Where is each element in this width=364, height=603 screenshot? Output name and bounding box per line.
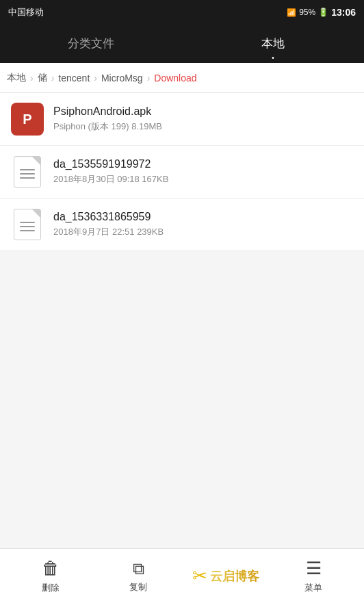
file-item-doc1[interactable]: da_1535591919972 2018年8月30日 09:18 167KB <box>0 146 364 198</box>
doc-lines-1 <box>20 165 35 179</box>
top-nav: 分类文件 本地 <box>0 25 364 63</box>
breadcrumb-item-storage[interactable]: 储 <box>34 69 51 87</box>
file-list: P PsiphonAndroid.apk Psiphon (版本 199) 8.… <box>0 93 364 548</box>
file-info-apk: PsiphonAndroid.apk Psiphon (版本 199) 8.19… <box>53 105 353 133</box>
doc-line <box>20 173 35 175</box>
doc-lines-2 <box>20 218 35 231</box>
menu-button[interactable]: ☰ 菜单 <box>270 558 357 594</box>
file-meta-apk: Psiphon (版本 199) 8.19MB <box>53 120 353 133</box>
doc-line <box>20 177 35 179</box>
brand-label: 云启博客 <box>210 568 259 585</box>
copy-button[interactable]: ⧉ 复制 <box>94 559 182 593</box>
battery-label: 95% <box>299 8 315 17</box>
tab-classified-files-label: 分类文件 <box>68 37 114 50</box>
doc-line <box>20 226 35 227</box>
menu-label: 菜单 <box>304 582 322 594</box>
file-meta-doc2: 2018年9月7日 22:51 239KB <box>53 226 353 238</box>
status-right: 📶 95% 🔋 13:06 <box>287 7 356 18</box>
delete-icon: 🗑 <box>42 558 60 579</box>
delete-button[interactable]: 🗑 删除 <box>7 558 94 594</box>
doc-icon-2 <box>14 209 41 240</box>
apk-icon: P <box>11 103 44 136</box>
scissors-icon: ✂ <box>192 565 207 587</box>
battery-icon: 🔋 <box>318 8 328 17</box>
file-meta-doc1: 2018年8月30日 09:18 167KB <box>53 173 353 185</box>
brand-area: ✂ 云启博客 <box>182 565 270 587</box>
tab-classified-files[interactable]: 分类文件 <box>0 25 182 63</box>
breadcrumb-item-local[interactable]: 本地 <box>3 69 30 87</box>
file-info-doc1: da_1535591919972 2018年8月30日 09:18 167KB <box>53 158 353 185</box>
breadcrumb-item-download[interactable]: Download <box>150 70 200 86</box>
file-icon-apk: P <box>11 103 44 136</box>
bottom-bar: 🗑 删除 ⧉ 复制 ✂ 云启博客 ☰ 菜单 <box>0 548 364 603</box>
file-name-doc1: da_1535591919972 <box>53 158 353 170</box>
copy-icon: ⧉ <box>133 559 144 578</box>
file-item-apk[interactable]: P PsiphonAndroid.apk Psiphon (版本 199) 8.… <box>0 93 364 146</box>
file-name-apk: PsiphonAndroid.apk <box>53 105 353 118</box>
delete-label: 删除 <box>42 582 60 594</box>
breadcrumb-item-tencent[interactable]: tencent <box>54 70 94 86</box>
doc-line <box>20 169 35 170</box>
carrier-label: 中国移动 <box>8 6 44 18</box>
doc-icon-1 <box>14 156 41 188</box>
signal-icon: 📶 <box>287 8 296 17</box>
file-icon-doc2 <box>11 208 44 241</box>
file-name-doc2: da_1536331865959 <box>53 211 353 223</box>
time-label: 13:06 <box>331 7 356 18</box>
menu-icon: ☰ <box>306 558 322 579</box>
doc-line <box>20 222 35 223</box>
file-info-doc2: da_1536331865959 2018年9月7日 22:51 239KB <box>53 211 353 238</box>
breadcrumb: 本地 › 储 › tencent › MicroMsg › Download <box>0 63 364 93</box>
file-item-doc2[interactable]: da_1536331865959 2018年9月7日 22:51 239KB <box>0 198 364 251</box>
tab-local-label: 本地 <box>261 37 285 50</box>
file-icon-doc1 <box>11 155 44 188</box>
tab-local[interactable]: 本地 <box>182 25 364 63</box>
status-bar: 中国移动 📶 95% 🔋 13:06 <box>0 0 364 25</box>
copy-label: 复制 <box>129 581 147 593</box>
doc-line <box>20 230 35 231</box>
breadcrumb-item-micromsg[interactable]: MicroMsg <box>97 70 147 86</box>
